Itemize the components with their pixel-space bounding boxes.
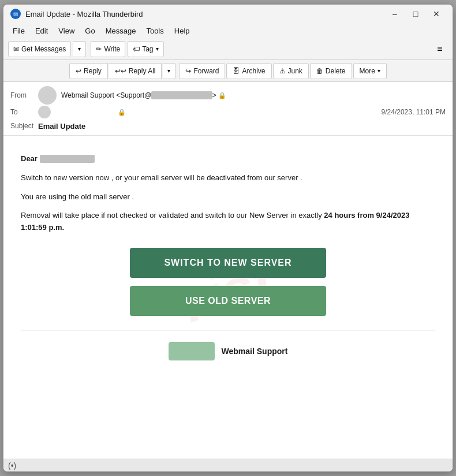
status-bar: (•) <box>3 459 453 471</box>
window-title: Email Update - Mozilla Thunderbird <box>25 10 386 18</box>
app-icon: ✉ <box>10 9 21 19</box>
email-date: 9/24/2023, 11:01 PM <box>382 108 446 116</box>
signature-logo <box>169 342 215 360</box>
reply-button[interactable]: ↩ Reply <box>69 63 108 79</box>
to-row: To 🔒 9/24/2023, 11:01 PM <box>10 105 446 119</box>
forward-button[interactable]: ↪ Forward <box>179 63 225 79</box>
email-content: Dear Username Switch to new version now … <box>15 147 441 366</box>
sender-avatar <box>38 86 57 105</box>
email-body-inner: rist Dear Username Switch to new version… <box>15 147 441 436</box>
junk-button[interactable]: ⚠ Junk <box>273 63 309 79</box>
reply-icon: ↩ <box>76 67 81 75</box>
menu-view[interactable]: View <box>54 25 79 36</box>
junk-icon: ⚠ <box>279 67 286 75</box>
title-bar: ✉ Email Update - Mozilla Thunderbird – □… <box>3 5 453 23</box>
envelope-icon: ✉ <box>13 45 19 53</box>
hamburger-menu-button[interactable]: ≡ <box>432 41 448 57</box>
email-header: From Webmail Support <Support@domain.com… <box>3 82 453 136</box>
to-label: To <box>10 108 33 116</box>
archive-button[interactable]: 🗄 Archive <box>226 63 271 79</box>
reply-all-icon: ↩↩ <box>115 67 126 75</box>
minimize-button[interactable]: – <box>386 8 404 20</box>
delete-icon: 🗑 <box>316 67 323 75</box>
menu-file[interactable]: File <box>8 25 29 36</box>
tag-dropdown-icon: ▾ <box>156 46 159 52</box>
reply-split-button[interactable]: ▾ <box>163 63 175 79</box>
para2: You are using the old mail server . <box>21 191 435 203</box>
menu-bar: File Edit View Go Message Tools Help <box>3 23 453 38</box>
get-messages-dropdown[interactable]: ▾ <box>73 41 86 57</box>
menu-edit[interactable]: Edit <box>31 25 53 36</box>
from-row: From Webmail Support <Support@domain.com… <box>10 85 446 105</box>
archive-icon: 🗄 <box>233 67 240 75</box>
window-controls: – □ ✕ <box>386 8 446 20</box>
pencil-icon: ✏ <box>96 45 102 53</box>
from-domain-blurred: domain.com <box>151 91 212 99</box>
email-body: rist Dear Username Switch to new version… <box>3 136 453 459</box>
para3: Removal will take place if not checked o… <box>21 210 435 234</box>
signature-divider <box>21 330 435 330</box>
from-label: From <box>10 91 33 99</box>
maximize-button[interactable]: □ <box>406 8 425 20</box>
reply-all-button[interactable]: ↩↩ Reply All <box>109 63 162 79</box>
menu-go[interactable]: Go <box>80 25 99 36</box>
cta-container: SWITCH TO NEW SERVER USE OLD SERVER <box>21 248 435 316</box>
signature-area: Webmail Support <box>21 342 435 360</box>
tag-button[interactable]: 🏷 Tag ▾ <box>128 41 163 57</box>
recipient-avatar <box>38 106 51 118</box>
menu-message[interactable]: Message <box>101 25 141 36</box>
action-toolbar: ↩ Reply ↩↩ Reply All ▾ ↪ Forward 🗄 Archi… <box>3 60 453 82</box>
switch-to-new-server-button[interactable]: SWITCH TO NEW SERVER <box>130 248 326 278</box>
get-messages-button[interactable]: ✉ Get Messages <box>8 41 71 57</box>
main-toolbar: ✉ Get Messages ▾ ✏ Write 🏷 Tag ▾ ≡ <box>3 38 453 60</box>
connection-icon: (•) <box>8 461 16 470</box>
from-value: Webmail Support <Support@domain.com> 🔒 <box>61 91 446 99</box>
menu-tools[interactable]: Tools <box>141 25 168 36</box>
subject-row: Subject Email Update <box>10 119 446 132</box>
compose-button[interactable]: ✏ Write <box>91 41 125 57</box>
recipient-name-blurred: Username <box>40 155 95 163</box>
use-old-server-button[interactable]: USE OLD SERVER <box>130 286 326 316</box>
more-dropdown-icon: ▾ <box>377 68 380 74</box>
more-button[interactable]: More ▾ <box>353 63 387 79</box>
tag-icon: 🏷 <box>133 45 140 53</box>
to-security-icon: 🔒 <box>118 109 126 116</box>
subject-label: Subject <box>10 122 33 130</box>
delete-button[interactable]: 🗑 Delete <box>310 63 352 79</box>
close-button[interactable]: ✕ <box>427 8 446 20</box>
menu-help[interactable]: Help <box>170 25 195 36</box>
security-icon: 🔒 <box>218 92 226 99</box>
signature-text: Webmail Support <box>222 347 288 356</box>
thunderbird-window: ✉ Email Update - Mozilla Thunderbird – □… <box>3 4 453 472</box>
para1: Switch to new version now , or your emai… <box>21 172 435 184</box>
forward-icon: ↪ <box>185 67 191 75</box>
greeting-line: Dear Username <box>21 153 435 165</box>
subject-value: Email Update <box>38 122 85 131</box>
